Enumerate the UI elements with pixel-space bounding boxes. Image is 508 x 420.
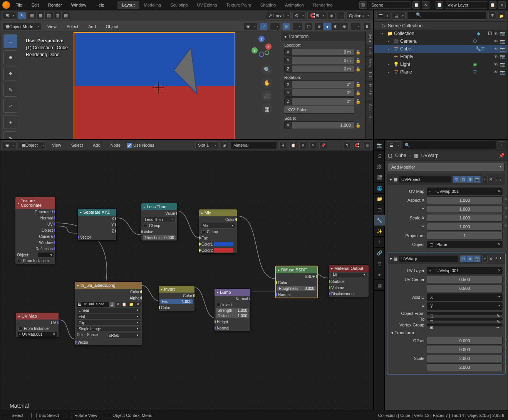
ws-modeling[interactable]: Modeling [139,1,166,9]
add-modifier-dropdown[interactable]: Add Modifier [388,163,505,171]
mod-grip-icon[interactable]: ⋮⋮ [494,177,503,182]
viewport-3d[interactable]: ⊞ ↖ ▦ ▦ ▨ ▧ ▦ ↗Local ⊙ 🧲⊞ ◉ ⌒ Options ▦ … [0,10,374,139]
ptab-material[interactable]: ● [374,269,385,280]
color1-swatch[interactable] [214,242,233,246]
n-tab-edit[interactable]: Edit [366,70,373,81]
mod-collapse-icon[interactable]: ▾ [390,177,392,182]
vp-menu-view[interactable]: View [44,23,60,30]
overlay-toggle-icon[interactable]: ⊕ [282,23,290,30]
menu-help[interactable]: Help [92,1,108,9]
ptab-output[interactable]: 🖨 [374,151,385,161]
aspect-y-field[interactable]: 1.000 [427,205,503,213]
mat-browse-icon[interactable]: ◉ [221,141,228,149]
nav-camera-icon[interactable]: 🎥 [262,90,272,101]
vis-dropdown[interactable]: 👁 [243,23,258,30]
camera-icon[interactable]: 📷 [499,31,506,36]
outliner-mode-dropdown[interactable]: ▤ [392,12,406,20]
orientation-dropdown[interactable]: ↗Local [266,12,291,20]
shade-matprev-icon[interactable]: ◐ [332,23,340,30]
node-texture-coordinate[interactable]: Texture Coordinate Generated Normal UV O… [15,197,55,264]
mix-mode-dropdown[interactable]: Mix [201,223,235,229]
vgroup-field[interactable]: ⊞↔ [427,323,503,326]
tool-transform[interactable]: ◈ [3,115,17,129]
node-editor-type[interactable]: ◉ [3,141,17,149]
gizmo-toggle-icon[interactable]: ↗ [260,23,268,30]
ws-animation[interactable]: Animation [280,1,308,9]
ne-menu-add[interactable]: Add [89,141,104,149]
ptab-scene[interactable]: 🎬 [374,172,385,183]
outliner-item-camera[interactable]: ▸🎥Camera⬡👁📷 [374,37,508,45]
select-tweak-icon[interactable]: ↖ [18,12,26,20]
node-material-output[interactable]: Material Output All Surface Volume Displ… [329,264,369,297]
node-uv-map[interactable]: UV Map UV From Instancer ▫UVMap.001✕ [16,312,59,338]
loc-x-field[interactable]: 0 m [292,48,354,56]
mod-extra-dropdown[interactable] [482,176,488,183]
scale-x-field[interactable]: 1.000 [427,214,503,222]
props-search[interactable]: 🔍 [402,141,496,149]
pivot-dropdown[interactable]: ⊙ [292,12,306,20]
ptab-physics[interactable]: ⚛ [374,237,385,248]
mode-dropdown[interactable]: ▦ Object Mode [3,23,41,30]
sel-int-icon[interactable]: ▨ [45,12,53,20]
ne-menu-view[interactable]: View [48,141,65,149]
rot-x-field[interactable]: 0° [292,80,354,88]
n-tab-item[interactable]: Item [366,32,373,44]
rot-y-field[interactable]: 0° [292,89,354,97]
tool-scale[interactable]: ⤢ [3,99,17,113]
ne-overlay-icon[interactable]: ⊞ [363,141,371,149]
obj-to-field[interactable]: ▢✎ [427,318,503,321]
layer-del-icon[interactable]: ✕ [498,1,506,9]
offset-x-field[interactable]: 0.000 [427,337,503,345]
mod-rt-icon[interactable]: ▢ [460,176,467,183]
shade-solid-icon[interactable]: ● [323,23,332,30]
uvmap-field[interactable]: ▫UVMap.001✕ [427,187,503,195]
transform-subpanel[interactable]: ▾ Transform [391,330,414,335]
modifier-name-field[interactable]: UVWarp [399,256,458,262]
editor-type-dropdown[interactable]: ⊞ [3,12,16,20]
scale-x-field[interactable]: 1.000 [292,121,354,129]
shader-editor[interactable]: ◉ ▦ Object View Select Add Node Use Node… [0,139,374,414]
sel-new-icon[interactable]: ▦ [62,12,70,20]
sel-extend-icon[interactable]: ▦ [28,12,36,20]
aspect-x-field[interactable]: 1.000 [427,196,503,204]
mat-pin-icon[interactable]: 📌 [319,141,327,149]
ws-uvediting[interactable]: UV Editing [192,1,221,9]
vp-menu-add[interactable]: Add [84,23,100,30]
mat-del-icon[interactable]: ✕ [309,141,317,149]
axis-u-dropdown[interactable]: X [427,293,503,301]
outliner-new-coll-icon[interactable]: 📁 [498,12,505,20]
projectors-field[interactable]: 1 [427,232,503,239]
axis-v-dropdown[interactable]: Y [427,302,503,310]
ptab-particles[interactable]: ✨ [374,226,385,237]
outliner-item-collection[interactable]: ▾📁Collection◆☑👁📷 [374,30,508,37]
ptab-data[interactable]: ▽ [374,258,385,269]
loc-lock-icon[interactable]: 🔓 [354,49,362,56]
shade-render-icon[interactable]: ◉ [340,23,349,30]
options-dropdown[interactable]: Options [346,12,371,20]
tool-rotate[interactable]: ↻ [3,83,17,97]
sel-sub-icon[interactable]: ▦ [36,12,45,20]
prop-edit-icon[interactable]: ◉ [328,12,335,20]
layer-new-icon[interactable]: 📋 [489,1,496,9]
snap-dropdown[interactable]: 🧲⊞ [307,12,326,20]
use-nodes-check[interactable]: Use Nodes [127,143,154,148]
n-tab-view[interactable]: View [366,57,373,70]
uvlayer-field[interactable]: ▫UVMap.001✕ [427,267,503,274]
outliner-item-plane[interactable]: ▸▽Plane▽👁📷 [374,68,508,76]
proj-object-field[interactable]: ▢Plane✕ [427,241,503,248]
ptab-constraints[interactable]: 🔗 [374,248,385,258]
math-mode-dropdown[interactable]: Less Than [143,217,176,223]
tool-annotate[interactable]: ✎ [3,131,17,139]
sel-inv-icon[interactable]: ▧ [53,12,62,20]
vp-menu-object[interactable]: Object [102,23,122,30]
tool-move[interactable]: ✥ [3,67,17,80]
gizmo-drop[interactable] [270,23,280,30]
offset-y-field[interactable]: 0.000 [427,346,503,353]
ne-parent-icon[interactable]: ↰ [343,141,351,149]
pause-icon[interactable]: ⏸ [363,23,371,30]
tool-select-box[interactable]: ▭ [3,34,17,48]
ne-snap-icon[interactable]: 🧲 [353,141,361,149]
ws-shading[interactable]: Shading [256,1,280,9]
scene-browse-icon[interactable]: 🎬 [359,1,367,9]
slot-dropdown[interactable]: Slot 1 [195,141,218,149]
